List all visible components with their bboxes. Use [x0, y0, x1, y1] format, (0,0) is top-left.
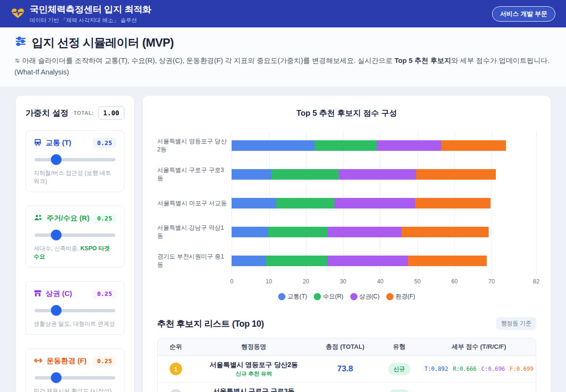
sliders-icon: [14, 36, 27, 50]
table-header: 순위행정동명총점 (TOTAL)유형세부 점수 (T/R/C/F): [158, 338, 536, 356]
legend-item: 상권(C): [350, 293, 380, 301]
legend-item: 수요(R): [314, 293, 343, 301]
bar-segment: [416, 169, 496, 180]
weight-card-3: 운동환경 (F)0.25민간 체육시설 활성도 (시장성): [25, 348, 124, 392]
slider-track[interactable]: [35, 233, 115, 237]
total-value[interactable]: 1.00: [98, 106, 125, 120]
weight-card-0: 교통 (T)0.25지하철/버스 접근성 (보행 네트워크): [25, 130, 124, 192]
stacked-bar-chart: 서울특별시 영등포구 당산2동서울특별시 구로구 구로3동서울특별시 마포구 서…: [157, 131, 536, 275]
dumbbell-icon: [34, 356, 43, 366]
title-band: 입지 선정 시뮬레이터 (MVP) 아래 슬라이더를 조작하여 교통(T), 수…: [0, 27, 566, 87]
gridline: [536, 131, 537, 275]
weight-value: 0.25: [93, 289, 116, 299]
weights-panel-title: 가중치 설정: [25, 108, 69, 119]
heart-pulse-logo-icon: [11, 6, 25, 22]
y-axis-label: 경기도 부천시원미구 중1동: [157, 246, 232, 275]
dong-subtitle: 신규 추천 유력: [194, 370, 314, 378]
x-axis-tick: 40: [377, 278, 383, 285]
bar-row: [232, 218, 536, 246]
bar-segment: [232, 140, 314, 151]
bar-segment: [268, 227, 328, 237]
column-header: 유형: [376, 343, 422, 351]
app-subtitle: 데이터 기반 「체력 사각지대 해소」 솔루션: [30, 17, 151, 24]
bar-segment: [328, 227, 402, 237]
slider-thumb[interactable]: [51, 305, 62, 316]
page-description: 아래 슬라이더를 조작하여 교통(T), 수요(R), 상권(C), 운동환경(…: [14, 55, 552, 78]
bar-segment: [232, 227, 268, 237]
bar-segment: [232, 169, 271, 180]
bar-row: [232, 246, 536, 275]
weights-panel: 가중치 설정 TOTAL: 1.00 교통 (T)0.25지하철/버스 접근성 …: [16, 96, 134, 392]
x-axis-tick: 60: [451, 278, 457, 285]
bar-segment: [276, 198, 334, 208]
list-title: 추천 후보지 리스트 (Top 10): [157, 318, 264, 330]
bar-segment: [315, 140, 377, 151]
dong-name: 서울특별시 구로구 구로3동: [194, 387, 314, 392]
candidate-table: 순위행정동명총점 (TOTAL)유형세부 점수 (T/R/C/F) 1서울특별시…: [157, 338, 536, 392]
slider-track[interactable]: [35, 309, 115, 312]
legend-dot: [350, 293, 357, 300]
column-header: 총점 (TOTAL): [314, 343, 376, 351]
weight-slider[interactable]: [35, 373, 115, 382]
rank-badge: 1: [170, 363, 182, 375]
y-axis-label: 서울특별시 구로구 구로3동: [157, 160, 232, 189]
x-axis-tick: 20: [303, 278, 309, 285]
bar-segment: [415, 198, 491, 208]
x-axis-tick: 0: [230, 278, 234, 285]
stacked-bar: [232, 169, 536, 180]
weight-label: 교통 (T): [46, 138, 71, 147]
bar-row: [232, 131, 536, 160]
weight-description: 생활상권 밀도, 대형마트 연계성: [34, 320, 116, 328]
table-row[interactable]: 2서울특별시 구로구 구로3동신규 추천 유력71.2신규T:0.428R:0.…: [158, 382, 536, 392]
weight-label: 상권 (C): [46, 289, 72, 298]
slider-thumb[interactable]: [51, 372, 62, 383]
total-label: TOTAL:: [74, 110, 94, 116]
x-axis-tick: 30: [340, 278, 346, 285]
dong-name: 서울특별시 영등포구 당산2동: [194, 361, 314, 369]
legend-dot: [314, 293, 321, 300]
page-title: 입지 선정 시뮬레이터 (MVP): [14, 35, 552, 50]
type-badge: 신규: [388, 363, 410, 375]
bar-segment: [334, 198, 415, 208]
weight-slider[interactable]: [35, 155, 115, 164]
bar-segment: [408, 256, 487, 266]
y-axis-label: 서울특별시 강남구 역삼1동: [157, 218, 232, 246]
bar-segment: [232, 256, 266, 266]
weight-slider[interactable]: [35, 306, 115, 315]
x-axis-tick: 82: [533, 278, 539, 285]
type-badge: 신규: [388, 390, 410, 392]
weight-description: 세대수, 신축비중, KSPO 타겟 수요: [34, 245, 116, 261]
weight-label: 주거/수요 (R): [47, 214, 89, 223]
bar-row: [232, 160, 536, 189]
slider-track[interactable]: [35, 158, 115, 161]
hint-icon: [14, 56, 20, 67]
list-scope-badge: 행정동 기준: [496, 317, 536, 330]
x-axis-tick: 70: [489, 278, 495, 285]
slider-track[interactable]: [35, 376, 115, 380]
bar-segment: [441, 140, 505, 151]
weight-value: 0.25: [93, 356, 116, 366]
weight-card-1: 주거/수요 (R)0.25세대수, 신축비중, KSPO 타겟 수요: [25, 206, 124, 268]
results-panel: Top 5 추천 후보지 점수 구성 서울특별시 영등포구 당산2동서울특별시 …: [143, 96, 551, 392]
bar-row: [232, 189, 536, 218]
chart-legend: 교통(T)수요(R)상권(C)환경(F): [157, 293, 536, 301]
dept-badge-button[interactable]: 서비스 개발 부문: [492, 6, 555, 22]
bar-segment: [377, 140, 441, 151]
slider-thumb[interactable]: [51, 154, 62, 165]
x-axis-tick: 50: [414, 278, 420, 285]
table-row[interactable]: 1서울특별시 영등포구 당산2동신규 추천 유력73.8신규T:0.892R:0…: [158, 356, 536, 382]
weight-value: 0.25: [93, 138, 116, 148]
total-score: 73.8: [314, 364, 376, 374]
detail-scores: T:0.892R:0.666C:0.696F:0.699: [422, 366, 536, 372]
chart-title: Top 5 추천 후보지 점수 구성: [157, 108, 536, 119]
bar-segment: [271, 169, 339, 180]
weight-slider[interactable]: [35, 230, 115, 240]
x-axis: 01020304050607082: [232, 275, 536, 286]
stacked-bar: [232, 227, 536, 237]
legend-item: 환경(F): [386, 293, 415, 301]
slider-thumb[interactable]: [51, 230, 62, 240]
bar-segment: [328, 256, 408, 266]
stacked-bar: [232, 198, 536, 208]
store-icon: [34, 289, 42, 299]
app-title: 국민체력측정센터 입지 최적화: [30, 3, 151, 16]
